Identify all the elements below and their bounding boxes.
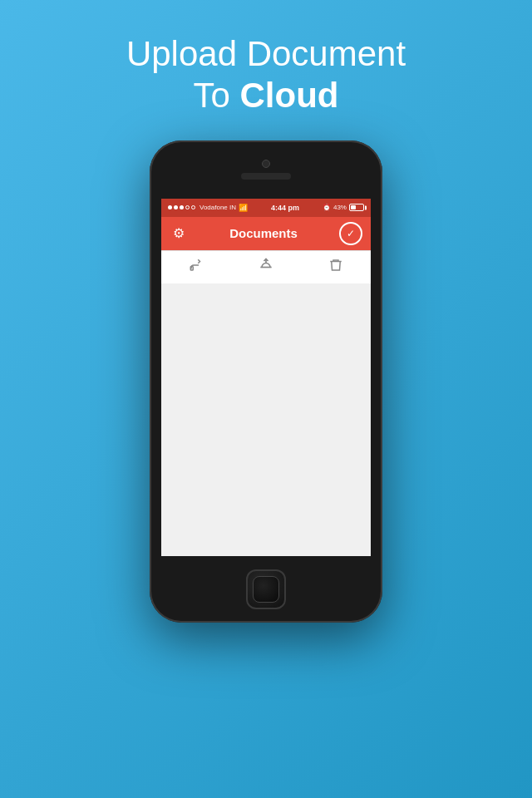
nav-title: Documents [229, 226, 298, 240]
share-icon[interactable] [189, 258, 204, 277]
signal-icon [168, 205, 195, 209]
wifi-icon: 📶 [239, 204, 248, 212]
battery-icon [349, 204, 364, 211]
carrier-label: Vodafone IN [200, 204, 236, 211]
phone-shell: Vodafone IN 📶 4:44 pm ⏰ 43% ⚙ Documents … [150, 140, 382, 623]
bottom-toolbar [161, 250, 371, 283]
trash-icon[interactable] [328, 258, 343, 277]
cloud-upload-icon[interactable] [258, 257, 274, 278]
settings-icon[interactable]: ⚙ [170, 224, 188, 243]
nav-bar: ⚙ Documents ✓ [161, 217, 371, 250]
bottom-bezel [246, 556, 286, 623]
headline-line1: Upload Document [126, 34, 406, 73]
confirm-button[interactable]: ✓ [339, 222, 362, 245]
speaker [241, 173, 291, 180]
battery-percent: 43% [333, 204, 347, 211]
home-button[interactable] [246, 569, 286, 609]
headline: Upload Document To Cloud [126, 33, 406, 117]
home-button-inner [253, 576, 279, 603]
status-bar: Vodafone IN 📶 4:44 pm ⏰ 43% [161, 199, 371, 217]
headline-line2: To Cloud [194, 76, 339, 115]
screen: Vodafone IN 📶 4:44 pm ⏰ 43% ⚙ Documents … [161, 199, 371, 556]
status-time: 4:44 pm [271, 204, 299, 212]
top-bezel [150, 140, 382, 199]
camera-icon [262, 160, 270, 168]
alarm-icon: ⏰ [323, 204, 331, 211]
